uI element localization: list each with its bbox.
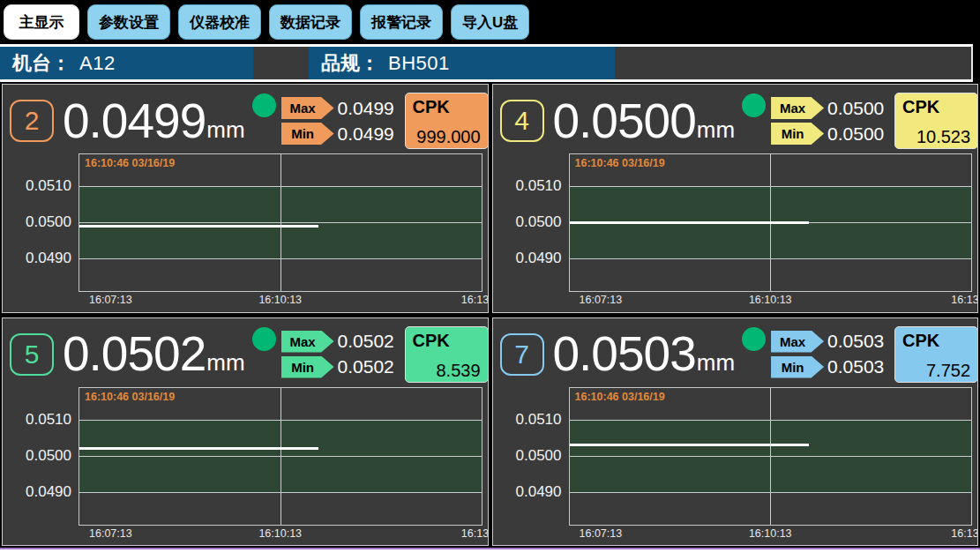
cpk-label: CPK — [902, 331, 970, 350]
y-tick-mid: 0.0500 — [26, 446, 71, 466]
measurement-unit: mm — [697, 349, 735, 377]
min-tag-icon: Min — [771, 356, 824, 378]
x-tick-end: 16:13:13 — [461, 294, 489, 306]
measurement-readout: 0.0500 mm — [553, 98, 736, 144]
cpk-value: 8.539 — [413, 361, 481, 380]
x-tick-start: 16:07:13 — [89, 527, 132, 540]
tab-instrument-calibration[interactable]: 仪器校准 — [178, 4, 261, 40]
measurement-unit: mm — [206, 116, 244, 144]
min-tag-icon: Min — [281, 123, 334, 145]
tab-alarm-record[interactable]: 报警记录 — [360, 4, 443, 40]
max-value: 0.0500 — [827, 98, 889, 119]
top-tab-bar: 主显示 参数设置 仪器校准 数据记录 报警记录 导入U盘 — [0, 0, 980, 44]
y-axis-labels: 0.0510 0.0500 0.0490 — [493, 387, 569, 526]
chart-timestamp: 16:10:46 03/16/19 — [85, 391, 175, 403]
x-tick-end: 16:13:13 — [951, 294, 978, 306]
min-value: 0.0502 — [338, 356, 400, 377]
max-row: Max 0.0503 — [771, 331, 889, 353]
x-axis-labels: 16:07:13 16:10:13 16:13:13 — [569, 526, 973, 542]
trend-line — [79, 447, 318, 450]
machine-label: 机台： — [12, 50, 71, 77]
cpk-box: CPK 10.523 — [894, 93, 978, 149]
channel-panel-7: 7 0.0503 mm Max 0.0503 Min 0.0503 — [492, 317, 979, 547]
channel-number-badge[interactable]: 5 — [10, 333, 54, 376]
channel-number-badge[interactable]: 4 — [500, 100, 544, 142]
y-axis-labels: 0.0510 0.0500 0.0490 — [493, 153, 569, 292]
max-tag-icon: Max — [771, 331, 824, 353]
machine-field: 机台： A12 — [0, 47, 253, 79]
gridline-vertical — [281, 388, 281, 525]
min-row: Min 0.0503 — [771, 356, 889, 378]
tab-main-display[interactable]: 主显示 — [4, 4, 79, 40]
hmi-app: 主显示 参数设置 仪器校准 数据记录 报警记录 导入U盘 机台： A12 品规：… — [0, 0, 980, 549]
product-label: 品规： — [321, 50, 379, 77]
channel-number-badge[interactable]: 2 — [10, 100, 54, 142]
x-tick-middle: 16:10:13 — [258, 294, 302, 306]
info-bar: 机台： A12 品规： BH501 — [0, 44, 973, 82]
x-tick-middle: 16:10:13 — [749, 294, 792, 306]
max-value: 0.0503 — [827, 331, 889, 352]
measurement-readout: 0.0503 mm — [553, 331, 736, 377]
min-tag-icon: Min — [771, 123, 824, 145]
max-row: Max 0.0502 — [281, 331, 400, 353]
x-axis-labels: 16:07:13 16:10:13 16:13:13 — [79, 292, 483, 309]
panel-header: 2 0.0499 mm Max 0.0499 Min 0.0499 — [3, 85, 488, 153]
cpk-box: CPK 7.752 — [894, 326, 978, 383]
measurement-unit: mm — [697, 116, 735, 144]
y-tick-low: 0.0490 — [26, 482, 71, 502]
tab-import-usb[interactable]: 导入U盘 — [451, 4, 529, 40]
status-ok-indicator-icon — [252, 327, 276, 351]
y-tick-high: 0.0510 — [26, 176, 71, 196]
channel-number-badge[interactable]: 7 — [500, 333, 544, 376]
y-tick-mid: 0.0500 — [26, 213, 71, 232]
plot-area: 16:10:46 03/16/19 — [79, 387, 483, 526]
measurement-value: 0.0503 — [553, 331, 696, 377]
x-tick-start: 16:07:13 — [89, 294, 132, 306]
max-tag-icon: Max — [771, 97, 824, 119]
channel-panel-4: 4 0.0500 mm Max 0.0500 Min 0.0500 — [492, 84, 979, 313]
x-tick-start: 16:07:13 — [580, 294, 623, 306]
plot-area: 16:10:46 03/16/19 — [569, 387, 973, 526]
min-tag-icon: Min — [281, 356, 334, 378]
x-tick-start: 16:07:13 — [580, 527, 623, 540]
min-row: Min 0.0500 — [771, 123, 889, 145]
y-tick-high: 0.0510 — [516, 176, 562, 196]
cpk-value: 10.523 — [902, 127, 970, 146]
y-tick-high: 0.0510 — [516, 410, 562, 429]
machine-value: A12 — [79, 52, 116, 75]
x-axis-labels: 16:07:13 16:10:13 16:13:13 — [569, 292, 973, 309]
x-tick-middle: 16:10:13 — [749, 527, 792, 540]
cpk-value: 999.000 — [413, 127, 481, 146]
y-tick-low: 0.0490 — [516, 482, 562, 502]
min-row: Min 0.0499 — [281, 123, 400, 145]
chart-timestamp: 16:10:46 03/16/19 — [575, 157, 665, 169]
y-tick-high: 0.0510 — [26, 410, 71, 429]
trend-chart: 0.0510 0.0500 0.0490 16:10:46 03/16/19 — [3, 153, 483, 292]
min-value: 0.0499 — [338, 123, 400, 145]
max-tag-icon: Max — [281, 97, 334, 119]
status-ok-indicator-icon — [252, 93, 276, 117]
max-min-stack: Max 0.0499 Min 0.0499 — [281, 97, 400, 145]
max-value: 0.0499 — [338, 98, 400, 119]
measurement-value: 0.0500 — [553, 98, 696, 144]
cpk-value: 7.752 — [902, 361, 970, 380]
tab-data-record[interactable]: 数据记录 — [269, 4, 352, 40]
y-tick-mid: 0.0500 — [516, 446, 562, 466]
min-value: 0.0500 — [827, 123, 889, 145]
trend-chart: 0.0510 0.0500 0.0490 16:10:46 03/16/19 — [3, 387, 483, 526]
panel-header: 7 0.0503 mm Max 0.0503 Min 0.0503 — [493, 318, 978, 387]
channel-panel-5: 5 0.0502 mm Max 0.0502 Min 0.0502 — [2, 317, 489, 547]
y-tick-low: 0.0490 — [26, 249, 71, 268]
tab-parameter-settings[interactable]: 参数设置 — [87, 4, 170, 40]
max-min-stack: Max 0.0500 Min 0.0500 — [771, 97, 889, 145]
measurement-unit: mm — [206, 349, 244, 377]
max-row: Max 0.0499 — [281, 97, 400, 119]
channel-panels-grid: 2 0.0499 mm Max 0.0499 Min 0.0499 — [0, 82, 980, 548]
measurement-value: 0.0502 — [63, 331, 206, 377]
panel-header: 5 0.0502 mm Max 0.0502 Min 0.0502 — [3, 318, 488, 387]
trend-chart: 0.0510 0.0500 0.0490 16:10:46 03/16/19 — [493, 153, 973, 292]
channel-panel-2: 2 0.0499 mm Max 0.0499 Min 0.0499 — [2, 84, 489, 313]
chart-timestamp: 16:10:46 03/16/19 — [85, 157, 175, 169]
gridline-vertical — [770, 388, 771, 525]
max-row: Max 0.0500 — [771, 97, 889, 119]
